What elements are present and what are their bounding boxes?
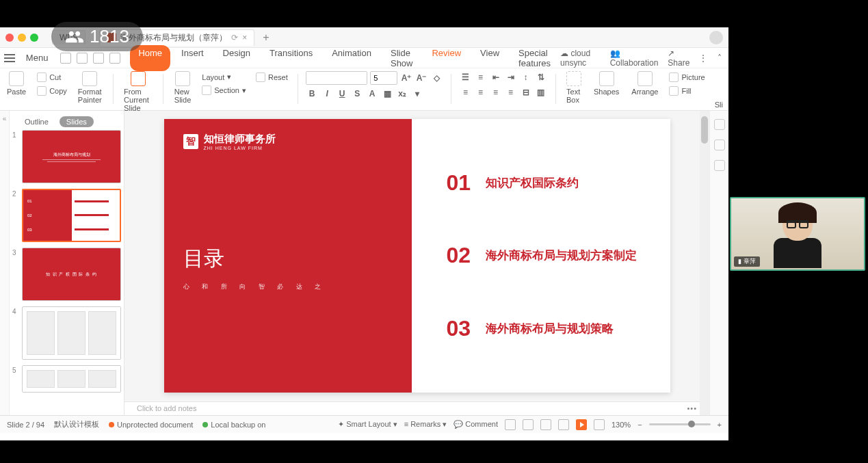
collapse-ribbon-icon[interactable]: ˄ [718,53,724,63]
tab-design[interactable]: Design [215,45,259,71]
thumbnail-5[interactable] [22,365,121,393]
paste-button[interactable]: Paste [7,71,26,96]
align-right-button[interactable]: ≡ [490,86,502,98]
font-color-button[interactable]: A [366,88,378,100]
more-font-button[interactable]: ▾ [411,88,423,100]
sub-button[interactable]: x₂ [396,88,408,100]
window-minimize-button[interactable] [18,34,26,42]
format-painter-button[interactable]: Format Painter [78,71,102,104]
outline-tab[interactable]: Outline [18,116,55,127]
tab-refresh-icon[interactable]: ⟳ [231,33,238,42]
unprotected-indicator[interactable]: Unprotected document [109,421,193,429]
copy-button[interactable]: Copy [36,85,68,97]
qat-save-icon[interactable] [60,53,71,64]
underline-button[interactable]: U [336,88,348,100]
template-icon[interactable] [714,140,725,150]
zoom-slider[interactable] [649,423,711,425]
section-button[interactable]: Section ▾ [200,84,248,96]
align-center-button[interactable]: ≡ [475,86,487,98]
vertical-scrollbar[interactable] [700,111,709,415]
indent-dec-button[interactable]: ⇤ [490,71,502,83]
bold-button[interactable]: B [306,88,318,100]
comment-button[interactable]: 💬 Comment [453,420,498,429]
qat-undo-icon[interactable] [93,53,104,64]
new-slide-button[interactable]: New Slide [174,71,191,104]
cloud-sync-button[interactable]: ☁ cloud unsync [560,49,601,68]
arrange-button[interactable]: Arrange [631,71,658,96]
slide-more-button[interactable]: Sli [713,99,724,110]
strikethrough-button[interactable]: S [351,88,363,100]
decrease-font-button[interactable]: A⁻ [415,72,428,84]
notes-more-icon[interactable]: ••• [687,404,697,413]
window-maximize-button[interactable] [30,34,38,42]
tab-insert[interactable]: Insert [173,45,212,71]
clear-format-button[interactable]: ◇ [430,72,443,84]
zoom-level[interactable]: 130% [611,421,631,429]
qat-print-icon[interactable] [77,53,88,64]
thumbnail-2[interactable]: 010203 [22,189,121,242]
zoom-in-button[interactable]: + [718,421,722,429]
canvas-scroll[interactable]: 智 知恒律师事务所 ZHI HENG LAW FIRM 目录 心 和 所 向 智… [124,111,709,401]
font-family-select[interactable] [306,71,367,85]
tab-slideshow[interactable]: Slide Show [382,45,421,71]
scissors-icon [37,72,47,82]
thumb-number: 5 [12,365,19,393]
columns-button[interactable]: ▥ [535,86,547,98]
fill-button[interactable]: Fill [668,85,706,97]
panel-collapse-button[interactable]: « [0,111,10,415]
justify-button[interactable]: ≡ [505,86,517,98]
layout-button[interactable]: Layout ▾ [200,71,248,83]
notes-area[interactable]: Click to add notes ••• [124,401,709,415]
tab-transitions[interactable]: Transitions [261,45,321,71]
tab-special[interactable]: Special features [510,45,559,71]
hamburger-icon[interactable] [4,51,15,65]
user-avatar[interactable] [709,31,723,44]
picture-button[interactable]: Picture [668,71,706,83]
refresh-icon[interactable] [714,160,725,171]
zoom-out-button[interactable]: − [637,421,642,429]
shapes-button[interactable]: Shapes [594,71,619,96]
tab-review[interactable]: Review [423,45,469,71]
smart-layout-button[interactable]: ✦ Smart Layout ▾ [338,420,397,429]
webcam-overlay[interactable]: ▮ 章萍 [730,197,865,271]
thumbnail-1[interactable]: 海外商标布局与规划 [22,130,121,183]
slideshow-button[interactable] [576,419,587,430]
increase-font-button[interactable]: A⁺ [400,72,412,84]
align-left-button[interactable]: ≡ [460,86,472,98]
tab-close-button[interactable]: × [242,33,247,42]
tab-animation[interactable]: Animation [324,45,380,71]
new-tab-button[interactable]: + [263,31,269,44]
cut-button[interactable]: Cut [36,71,68,83]
thumbnail-4[interactable] [22,306,121,360]
font-size-select[interactable] [370,71,397,85]
collaboration-button[interactable]: 👥 Collaboration [610,49,659,68]
window-close-button[interactable] [5,34,14,42]
magic-tool-icon[interactable] [714,119,725,130]
slides-tab[interactable]: Slides [60,116,94,127]
more-menu-icon[interactable]: ⋮ [699,53,708,63]
text-direction-button[interactable]: ⇅ [535,71,547,83]
sorter-view-button[interactable] [523,419,534,430]
menu-button[interactable]: Menu [21,51,54,65]
slide-canvas[interactable]: 智 知恒律师事务所 ZHI HENG LAW FIRM 目录 心 和 所 向 智… [164,119,670,393]
thumbnail-3[interactable]: 知 识 产 权 国 际 条 约 [22,248,121,301]
textbox-button[interactable]: Text Box [566,71,581,104]
tab-view[interactable]: View [472,45,508,71]
indent-inc-button[interactable]: ⇥ [505,71,517,83]
bullets-button[interactable]: ☰ [460,71,472,83]
fit-button[interactable] [594,419,605,430]
valign-button[interactable]: ⊟ [520,86,532,98]
line-spacing-button[interactable]: ↕ [520,71,532,83]
normal-view-button[interactable] [505,419,516,430]
reading-view-button[interactable] [540,419,551,430]
notes-view-button[interactable] [558,419,569,430]
remarks-button[interactable]: ≡ Remarks ▾ [404,420,447,429]
qat-redo-icon[interactable] [109,53,120,64]
reset-button[interactable]: Reset [254,71,289,83]
from-current-slide-button[interactable]: From Current Slide [124,71,152,112]
share-button[interactable]: ↗ Share [668,49,689,68]
italic-button[interactable]: I [321,88,333,100]
highlight-button[interactable]: ▦ [381,88,393,100]
numbering-button[interactable]: ≡ [475,71,487,83]
backup-indicator[interactable]: Local backup on [202,421,265,429]
